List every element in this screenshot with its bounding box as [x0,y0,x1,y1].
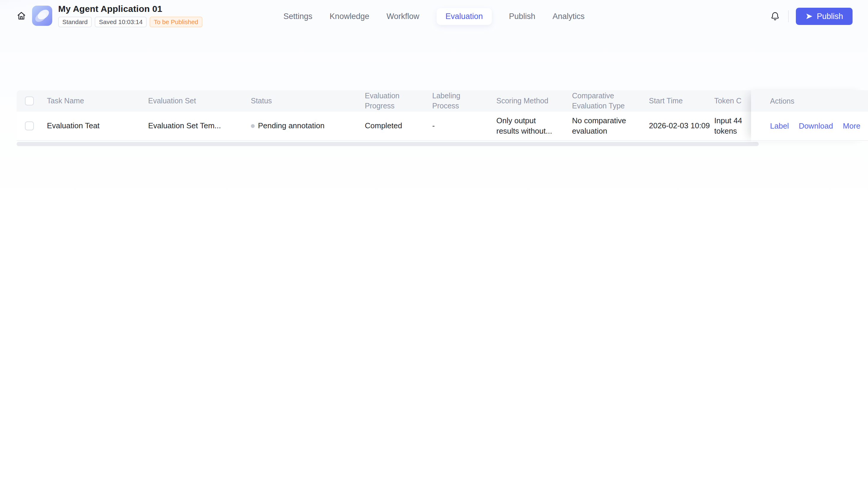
header-divider [788,10,789,22]
nav-tab-knowledge[interactable]: Knowledge [330,12,369,21]
token-consumption-text: Input 44 tokens [714,116,749,136]
col-evaluation-progress: Evaluation Progress [365,91,432,111]
nav-tab-analytics[interactable]: Analytics [553,12,585,21]
publish-button[interactable]: Publish [796,8,852,25]
scoring-method-text: Only output results without... [496,116,559,136]
nav-tab-settings[interactable]: Settings [283,12,313,21]
cell-evaluation-set: Evaluation Set Tem... [148,121,251,131]
table-header-row: Task Name Evaluation Set Status Evaluati… [17,90,868,112]
publish-button-label: Publish [817,12,843,21]
col-labeling-process: Labeling Process [432,91,496,111]
app-header: My Agent Application 01 Standard Saved 1… [0,0,868,33]
home-icon[interactable] [16,10,27,22]
download-action-link[interactable]: Download [799,121,833,131]
nav-tab-workflow[interactable]: Workflow [386,12,420,21]
title-block: My Agent Application 01 Standard Saved 1… [58,4,203,27]
badges-row: Standard Saved 10:03:14 To be Published [58,17,203,27]
saved-time-badge: Saved 10:03:14 [95,17,147,27]
label-action-link[interactable]: Label [770,121,789,131]
more-action-link[interactable]: More [843,121,860,131]
app-logo [32,6,52,26]
select-all-checkbox[interactable] [25,96,34,105]
app-root: My Agent Application 01 Standard Saved 1… [0,0,868,487]
cell-comparative-evaluation-type: No comparative evaluation [572,116,649,136]
status-text: Pending annotation [258,121,324,131]
col-task-name: Task Name [47,96,148,106]
status-dot-icon [251,124,255,128]
app-title: My Agent Application 01 [58,4,203,14]
cell-task-name: Evaluation Teat [47,121,148,131]
cell-labeling-process: - [432,121,496,131]
header-checkbox-cell [17,96,47,105]
col-evaluation-set: Evaluation Set [148,96,251,106]
notification-bell-icon[interactable] [769,10,781,22]
col-comparative-evaluation-type: Comparative Evaluation Type [572,91,649,111]
cell-evaluation-progress: Completed [365,121,432,131]
main-nav: Settings Knowledge Workflow Evaluation P… [283,0,585,33]
comparative-evaluation-text: No comparative evaluation [572,116,640,136]
col-scoring-method: Scoring Method [496,96,572,106]
horizontal-scrollbar[interactable] [17,142,759,146]
cell-scoring-method: Only output results without... [496,116,572,136]
col-status: Status [251,96,365,106]
background-gradient [0,0,868,487]
header-left: My Agent Application 01 Standard Saved 1… [16,4,203,27]
nav-tab-evaluation[interactable]: Evaluation [437,8,492,25]
col-start-time: Start Time [649,96,714,106]
cell-start-time: 2026-02-03 10:09 [649,121,714,131]
header-right: Publish [769,0,852,33]
nav-tab-publish[interactable]: Publish [509,12,535,21]
table-row: Evaluation Teat Evaluation Set Tem... Pe… [17,112,868,141]
col-actions: Actions [751,90,868,112]
row-checkbox-cell [17,121,47,130]
plan-badge: Standard [58,17,92,27]
cell-status: Pending annotation [251,121,365,131]
row-actions: Label Download More [751,112,868,141]
actions-sticky-column: Actions Label Download More [751,90,868,141]
publish-status-badge: To be Published [150,17,202,27]
evaluation-task-table: Task Name Evaluation Set Status Evaluati… [17,90,868,146]
row-checkbox[interactable] [25,121,34,130]
send-icon [805,12,813,20]
